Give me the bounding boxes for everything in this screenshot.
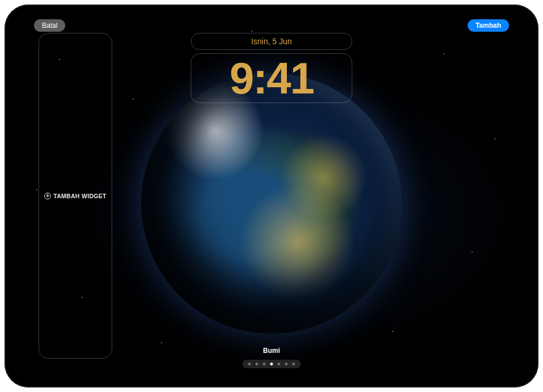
star <box>443 53 444 54</box>
star <box>494 138 495 139</box>
plus-circle-icon: + <box>44 193 51 199</box>
date-edit-area[interactable]: Isnin, 5 Jun <box>191 33 353 50</box>
page-dot[interactable] <box>270 363 273 365</box>
date-label: Isnin, 5 Jun <box>251 37 292 46</box>
wallpaper-label: Bumi <box>263 347 280 355</box>
cancel-button[interactable]: Batal <box>34 19 65 32</box>
page-dot[interactable] <box>248 363 251 365</box>
time-label: 9:41 <box>230 56 313 100</box>
page-dot[interactable] <box>278 363 281 365</box>
time-edit-area[interactable]: 9:41 <box>191 53 353 103</box>
page-dot[interactable] <box>256 363 258 365</box>
star <box>392 331 393 332</box>
star <box>161 342 162 343</box>
add-widget-label: TAMBAH WIDGET <box>53 193 107 199</box>
earth-wallpaper <box>141 73 402 334</box>
star <box>252 31 253 32</box>
star <box>36 189 37 190</box>
page-indicator[interactable] <box>243 360 301 368</box>
screen: Batal Tambah Isnin, 5 Jun 9:41 + TAMBAH … <box>14 14 529 378</box>
star <box>133 99 134 100</box>
page-dot[interactable] <box>292 363 295 365</box>
page-dot[interactable] <box>285 363 288 365</box>
tablet-frame: Batal Tambah Isnin, 5 Jun 9:41 + TAMBAH … <box>5 5 538 387</box>
star <box>472 252 473 253</box>
add-widget-zone[interactable]: + TAMBAH WIDGET <box>39 33 112 359</box>
page-dot[interactable] <box>263 363 266 365</box>
add-widget-content: + TAMBAH WIDGET <box>44 193 107 199</box>
add-button[interactable]: Tambah <box>468 19 509 32</box>
